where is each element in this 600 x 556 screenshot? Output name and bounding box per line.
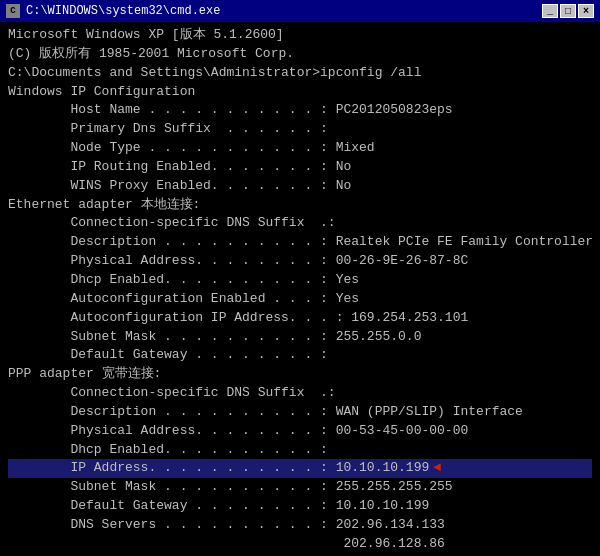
terminal-line: Host Name . . . . . . . . . . . : PC2012… [8, 101, 592, 120]
title-bar-left: C C:\WINDOWS\system32\cmd.exe [6, 4, 220, 18]
terminal-line: Ethernet adapter 本地连接: [8, 196, 592, 215]
terminal-line: Node Type . . . . . . . . . . . : Mixed [8, 139, 592, 158]
terminal-line: Dhcp Enabled. . . . . . . . . . : Yes [8, 271, 592, 290]
terminal-line: Physical Address. . . . . . . . : 00-26-… [8, 252, 592, 271]
terminal-line: Physical Address. . . . . . . . : 00-53-… [8, 422, 592, 441]
minimize-button[interactable]: _ [542, 4, 558, 18]
highlighted-line: IP Address. . . . . . . . . . . : 10.10.… [8, 459, 592, 478]
terminal-line: Connection-specific DNS Suffix .: [8, 214, 592, 233]
maximize-button[interactable]: □ [560, 4, 576, 18]
terminal-line: PPP adapter 宽带连接: [8, 365, 592, 384]
terminal-line: Default Gateway . . . . . . . . : 10.10.… [8, 497, 592, 516]
terminal-line: Autoconfiguration IP Address. . . : 169.… [8, 309, 592, 328]
terminal-line: Default Gateway . . . . . . . . : [8, 346, 592, 365]
terminal-line: Connection-specific DNS Suffix .: [8, 384, 592, 403]
terminal-line: Dhcp Enabled. . . . . . . . . . : [8, 441, 592, 460]
terminal-line: 202.96.128.86 [8, 535, 592, 554]
terminal-content: Microsoft Windows XP [版本 5.1.2600](C) 版权… [0, 22, 600, 556]
window-container: C C:\WINDOWS\system32\cmd.exe _ □ × Micr… [0, 0, 600, 556]
arrow-icon: ◄ [433, 460, 441, 475]
terminal-line: (C) 版权所有 1985-2001 Microsoft Corp. [8, 45, 592, 64]
cmd-icon: C [6, 4, 20, 18]
terminal-line: Subnet Mask . . . . . . . . . . : 255.25… [8, 328, 592, 347]
terminal-line: Primary Dns Suffix . . . . . . : [8, 120, 592, 139]
title-bar-buttons: _ □ × [542, 4, 594, 18]
terminal-line: IP Routing Enabled. . . . . . . : No [8, 158, 592, 177]
terminal-line: Description . . . . . . . . . . : Realte… [8, 233, 592, 252]
terminal-line: Description . . . . . . . . . . : WAN (P… [8, 403, 592, 422]
title-bar: C C:\WINDOWS\system32\cmd.exe _ □ × [0, 0, 600, 22]
terminal-line: Windows IP Configuration [8, 83, 592, 102]
terminal-line: WINS Proxy Enabled. . . . . . . : No [8, 177, 592, 196]
terminal-line: Subnet Mask . . . . . . . . . . : 255.25… [8, 478, 592, 497]
terminal-line: Autoconfiguration Enabled . . . : Yes [8, 290, 592, 309]
title-bar-title: C:\WINDOWS\system32\cmd.exe [26, 4, 220, 18]
terminal-line: Microsoft Windows XP [版本 5.1.2600] [8, 26, 592, 45]
terminal-line: C:\Documents and Settings\Administrator>… [8, 64, 592, 83]
close-button[interactable]: × [578, 4, 594, 18]
terminal-line: DNS Servers . . . . . . . . . . : 202.96… [8, 516, 592, 535]
